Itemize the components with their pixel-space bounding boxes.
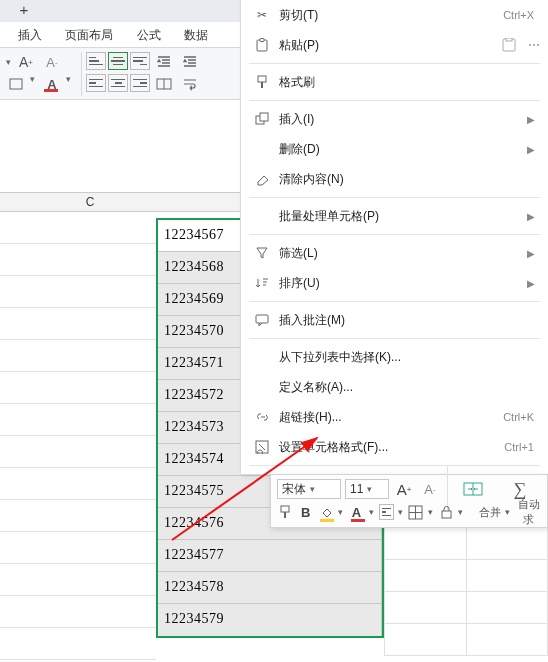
menu-dropdown-list[interactable]: 从下拉列表中选择(K)...: [241, 342, 548, 372]
format-cells-icon: [251, 437, 273, 457]
menu-label: 格式刷: [273, 74, 538, 91]
sort-icon: [251, 273, 273, 293]
scissors-icon: ✂: [251, 5, 273, 25]
blank-icon: [251, 206, 273, 226]
menu-comment[interactable]: 插入批注(M): [241, 305, 548, 335]
menu-label: 批量处理单元格(P): [273, 208, 524, 225]
decrease-font-button[interactable]: A-: [419, 479, 441, 499]
toolbar-dropdown1[interactable]: ▾: [4, 52, 12, 72]
font-color-dd[interactable]: ▾: [66, 74, 74, 94]
menu-label: 定义名称(A)...: [273, 379, 538, 396]
wrap-button[interactable]: [178, 74, 202, 94]
align-dd[interactable]: ▾: [398, 507, 404, 517]
merge-button[interactable]: [152, 74, 176, 94]
blank-icon: [251, 377, 273, 397]
menu-cut[interactable]: ✂ 剪切(T) Ctrl+X: [241, 0, 548, 30]
tab-page-layout[interactable]: 页面布局: [55, 22, 123, 44]
tab-strip: +: [0, 0, 240, 22]
autosum-label[interactable]: 自动求: [515, 497, 543, 527]
font-color-button[interactable]: A: [348, 502, 364, 522]
align-center[interactable]: [108, 74, 128, 92]
menu-label: 插入批注(M): [273, 312, 538, 329]
column-header-bar: C: [0, 192, 240, 212]
svg-rect-15: [281, 506, 289, 512]
comment-icon: [251, 310, 273, 330]
chevron-right-icon: ▶: [524, 278, 538, 289]
toolbar: ▾ A+ A- ▾ A ▾: [0, 48, 240, 100]
tail-grid[interactable]: [384, 528, 548, 656]
menu-label: 筛选(L): [273, 245, 524, 262]
eraser-icon: [251, 169, 273, 189]
tab-formulas[interactable]: 公式: [127, 22, 171, 44]
funnel-icon: [251, 243, 273, 263]
context-menu: ✂ 剪切(T) Ctrl+X 粘贴(P) ⋯ 格式刷 插入(I) ▶ 删除(D)…: [240, 0, 548, 475]
align-middle-center[interactable]: [108, 52, 128, 70]
font-name-select[interactable]: 宋体▾: [277, 479, 341, 499]
align-bottom-right[interactable]: [130, 52, 150, 70]
svg-rect-16: [284, 512, 286, 518]
cell[interactable]: 12234578: [158, 572, 382, 604]
left-gutter: [0, 212, 156, 662]
align-right[interactable]: [130, 74, 150, 92]
border-button[interactable]: [408, 502, 424, 522]
menu-separator: [249, 301, 540, 302]
menu-label: 插入(I): [273, 111, 524, 128]
column-header-c[interactable]: C: [30, 193, 150, 212]
menu-label: 剪切(T): [273, 7, 503, 24]
menu-separator: [249, 63, 540, 64]
chevron-down-icon: ▾: [367, 484, 372, 494]
menu-batch[interactable]: 批量处理单元格(P) ▶: [241, 201, 548, 231]
align-button[interactable]: [379, 504, 394, 520]
fill-color-dd[interactable]: ▾: [338, 507, 344, 517]
menu-shortcut: Ctrl+X: [503, 9, 538, 21]
menu-separator: [249, 197, 540, 198]
merge-label[interactable]: 合并: [478, 505, 500, 520]
cell[interactable]: 12234577: [158, 540, 382, 572]
increase-font-button[interactable]: A+: [393, 479, 415, 499]
tab-data[interactable]: 数据: [174, 22, 218, 44]
menu-hyperlink[interactable]: 超链接(H)... Ctrl+K: [241, 402, 548, 432]
menu-format-cells[interactable]: 设置单元格格式(F)... Ctrl+1: [241, 432, 548, 462]
font-color-dd[interactable]: ▾: [369, 507, 375, 517]
align-left[interactable]: [86, 74, 106, 92]
lock-dd[interactable]: ▾: [458, 507, 464, 517]
menu-sort[interactable]: 排序(U) ▶: [241, 268, 548, 298]
font-color-button[interactable]: A: [40, 74, 64, 94]
menu-format-painter[interactable]: 格式刷: [241, 67, 548, 97]
merge-group[interactable]: [454, 477, 492, 501]
font-size-value: 11: [350, 482, 363, 496]
bold-button[interactable]: B: [297, 502, 313, 522]
svg-rect-0: [10, 79, 22, 89]
paste-special-icon[interactable]: [502, 38, 518, 52]
tab-insert[interactable]: 插入: [8, 22, 52, 44]
menu-separator: [249, 465, 540, 466]
increase-font-button[interactable]: A+: [14, 52, 38, 72]
indent-increase[interactable]: [178, 52, 202, 72]
chevron-right-icon: ▶: [524, 211, 538, 222]
menu-define-name[interactable]: 定义名称(A)...: [241, 372, 548, 402]
menu-clear[interactable]: 清除内容(N): [241, 164, 548, 194]
menu-separator: [249, 234, 540, 235]
menu-label: 设置单元格格式(F)...: [273, 439, 504, 456]
font-size-select[interactable]: 11▾: [345, 479, 389, 499]
decrease-font-button[interactable]: A-: [40, 52, 64, 72]
brush-icon: [251, 72, 273, 92]
toolbar-btn-a[interactable]: [4, 74, 28, 94]
font-name-value: 宋体: [282, 481, 306, 498]
align-top-left[interactable]: [86, 52, 106, 70]
format-brush-button[interactable]: [277, 502, 293, 522]
fill-color-button[interactable]: [318, 502, 334, 522]
menu-insert[interactable]: 插入(I) ▶: [241, 104, 548, 134]
menu-label: 清除内容(N): [273, 171, 538, 188]
toolbar-dd-a[interactable]: ▾: [30, 74, 38, 94]
mini-toolbar: 宋体▾ 11▾ A+ A- ∑ B ▾ A ▾: [270, 474, 548, 528]
merge-dd[interactable]: ▾: [505, 507, 511, 517]
menu-filter[interactable]: 筛选(L) ▶: [241, 238, 548, 268]
more-icon[interactable]: ⋯: [526, 38, 542, 52]
menu-delete[interactable]: 删除(D) ▶: [241, 134, 548, 164]
lock-button[interactable]: [438, 502, 454, 522]
border-dd[interactable]: ▾: [428, 507, 434, 517]
indent-decrease[interactable]: [152, 52, 176, 72]
add-tab-button[interactable]: +: [16, 3, 32, 19]
cell[interactable]: 12234579: [158, 604, 382, 636]
